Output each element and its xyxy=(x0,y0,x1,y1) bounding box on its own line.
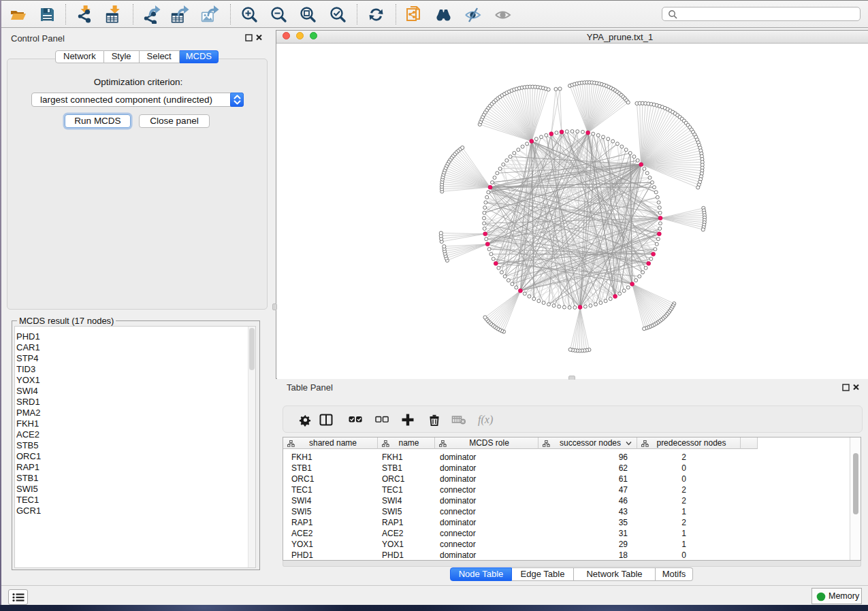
svg-text:f(x): f(x) xyxy=(478,414,493,426)
